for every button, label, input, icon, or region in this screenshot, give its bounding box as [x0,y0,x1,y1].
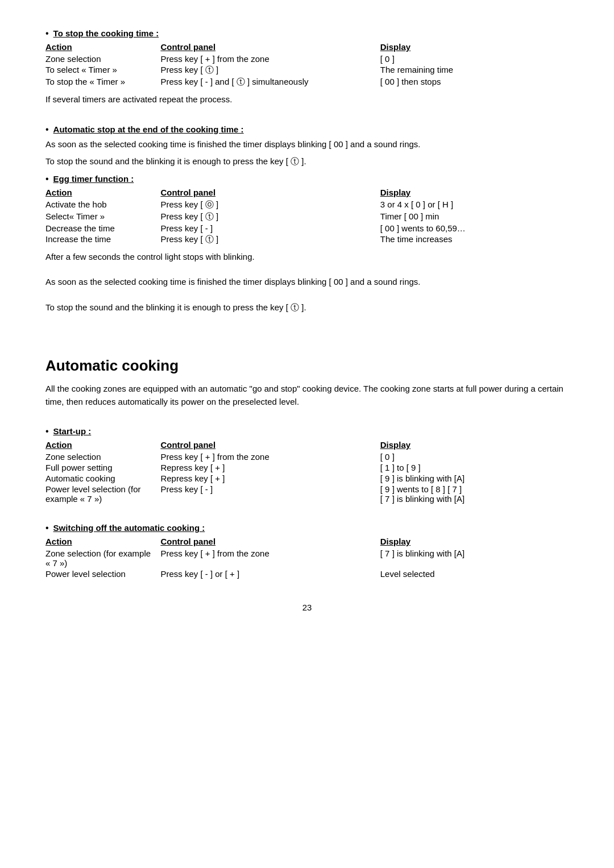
egg-timer-th-display: Display [380,188,569,200]
startup-subsection: • Start-up : Action Control panel Displa… [45,426,569,505]
cell-action: Power level selection (for example « 7 »… [45,484,160,505]
cell-display: [ 00 ] wents to 60,59… [380,223,569,234]
startup-th-display: Display [380,440,569,452]
startup-table: Action Control panel Display Zone select… [45,440,569,505]
table-row: Power level selection (for example « 7 »… [45,484,569,505]
cell-action: Select« Timer » [45,211,160,223]
table-row: Automatic cookingRepress key [ + ][ 9 ] … [45,474,569,484]
table-row: Decrease the timePress key [ - ][ 00 ] w… [45,223,569,234]
stop-cooking-bullet: • To stop the cooking time : [45,28,569,39]
cell-control: Press key [ ⓣ ] [160,65,380,77]
table-row: Zone selectionPress key [ + ] from the z… [45,452,569,463]
switch-off-title: Switching off the automatic cooking : [53,523,205,533]
cell-display: Level selected [380,569,569,580]
cell-control: Press key [ - ] and [ ⓣ ] simultaneously [160,77,380,89]
cell-action: To select « Timer » [45,65,160,77]
cell-control: Press key [ + ] from the zone [160,54,380,65]
auto-cooking-intro: All the cooking zones are equipped with … [45,383,569,408]
table-row: To select « Timer »Press key [ ⓣ ]The re… [45,65,569,77]
startup-th-action: Action [45,440,160,452]
cell-display: The time increases [380,234,569,246]
cell-control: Repress key [ + ] [160,474,380,484]
switch-off-th-action: Action [45,537,160,549]
cell-action: Increase the time [45,234,160,246]
stop-cooking-th-action: Action [45,42,160,54]
cell-action: Power level selection [45,569,160,580]
stop-cooking-section: • To stop the cooking time : Action Cont… [45,28,569,106]
startup-bullet: • Start-up : [45,426,569,437]
cell-control: Press key [ ⓣ ] [160,211,380,223]
egg-timer-bullet: • Egg timer function : [45,174,569,184]
table-row: Full power settingRepress key [ + ][ 1 ]… [45,463,569,474]
cell-control: Press key [ ⓞ ] [160,200,380,211]
cell-display: Timer [ 00 ] min [380,211,569,223]
auto-cooking-heading: Automatic cooking [45,357,569,375]
egg-timer-th-action: Action [45,188,160,200]
cell-control: Repress key [ + ] [160,463,380,474]
cell-action: Automatic cooking [45,474,160,484]
stop-cooking-table: Action Control panel Display Zone select… [45,42,569,89]
cell-action: Decrease the time [45,223,160,234]
auto-cooking-section: Automatic cooking All the cooking zones … [45,357,569,580]
switch-off-bullet: • Switching off the automatic cooking : [45,523,569,533]
cell-control: Press key [ ⓣ ] [160,234,380,246]
stop-cooking-title: To stop the cooking time : [53,28,159,38]
cell-display: [ 9 ] wents to [ 8 ] [ 7 ][ 7 ] is blink… [380,484,569,505]
auto-stop-title: Automatic stop at the end of the cooking… [53,124,244,134]
stop-cooking-th-display: Display [380,42,569,54]
egg-timer-table: Action Control panel Display Activate th… [45,188,569,246]
stop-cooking-note: If several timers are activated repeat t… [45,93,569,106]
cell-display: 3 or 4 x [ 0 ] or [ H ] [380,200,569,211]
cell-control: Press key [ - ] [160,484,380,505]
auto-stop-text1: As soon as the selected cooking time is … [45,138,569,151]
startup-title: Start-up : [53,426,92,436]
cell-action: Full power setting [45,463,160,474]
table-row: Zone selectionPress key [ + ] from the z… [45,54,569,65]
page-number: 23 [45,603,569,612]
cell-display: [ 0 ] [380,54,569,65]
table-row: Power level selectionPress key [ - ] or … [45,569,569,580]
cell-control: Press key [ - ] or [ + ] [160,569,380,580]
egg-timer-note3: To stop the sound and the blinking it is… [45,301,569,314]
cell-control: Press key [ + ] from the zone [160,452,380,463]
egg-timer-section: • Egg timer function : Action Control pa… [45,174,569,314]
cell-action: To stop the « Timer » [45,77,160,89]
cell-display: [ 1 ] to [ 9 ] [380,463,569,474]
cell-display: [ 7 ] is blinking with [A] [380,549,569,569]
egg-timer-th-control: Control panel [160,188,380,200]
stop-cooking-th-control: Control panel [160,42,380,54]
cell-action: Zone selection [45,452,160,463]
auto-stop-bullet: • Automatic stop at the end of the cooki… [45,124,569,135]
table-row: Select« Timer »Press key [ ⓣ ]Timer [ 00… [45,211,569,223]
cell-control: Press key [ - ] [160,223,380,234]
egg-timer-note2: As soon as the selected cooking time is … [45,276,569,289]
egg-timer-note1: After a few seconds the control light st… [45,251,569,264]
switch-off-th-control: Control panel [160,537,380,549]
table-row: Increase the timePress key [ ⓣ ]The time… [45,234,569,246]
cell-action: Zone selection (for example « 7 ») [45,549,160,569]
switch-off-table: Action Control panel Display Zone select… [45,537,569,580]
cell-control: Press key [ + ] from the zone [160,549,380,569]
table-row: Zone selection (for example « 7 »)Press … [45,549,569,569]
table-row: Activate the hobPress key [ ⓞ ]3 or 4 x … [45,200,569,211]
cell-action: Zone selection [45,54,160,65]
cell-display: [ 0 ] [380,452,569,463]
auto-stop-section: • Automatic stop at the end of the cooki… [45,124,569,168]
table-row: To stop the « Timer »Press key [ - ] and… [45,77,569,89]
cell-display: The remaining time [380,65,569,77]
cell-display: [ 9 ] is blinking with [A] [380,474,569,484]
startup-th-control: Control panel [160,440,380,452]
cell-action: Activate the hob [45,200,160,211]
switch-off-th-display: Display [380,537,569,549]
cell-display: [ 00 ] then stops [380,77,569,89]
egg-timer-title: Egg timer function : [53,174,134,184]
switch-off-subsection: • Switching off the automatic cooking : … [45,523,569,580]
auto-stop-text2: To stop the sound and the blinking it is… [45,155,569,168]
